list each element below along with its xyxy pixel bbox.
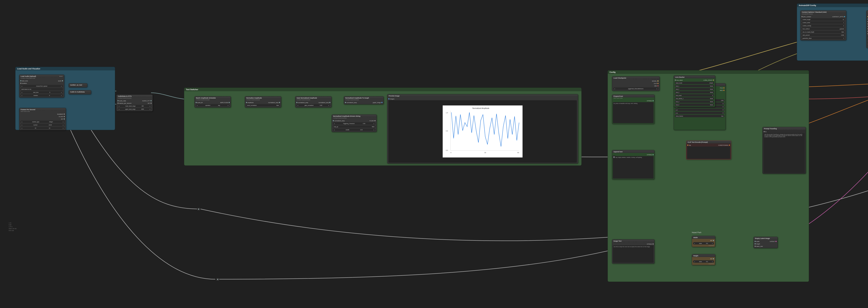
node-title: Append text [614, 151, 623, 152]
node-prompt-travel[interactable]: Prompt Traveling ta Use the prompt Trave… [763, 127, 806, 174]
widget-height[interactable]: ◀value512▶ [693, 260, 714, 263]
node-amp-drivers[interactable]: Normalized Amplitude Drivers String Comf… [332, 114, 377, 132]
port-number: NUMBER [57, 113, 63, 115]
widget-gate[interactable]: ◀gate_normalized0.00▶ [296, 104, 330, 106]
w-c5[interactable]: start_percent0.000 [802, 34, 845, 36]
widget-start-time[interactable]: ◀start_time0▶ [20, 91, 63, 94]
node-empty-latent[interactable]: Empty Latent Image width LATENT height b… [753, 237, 778, 248]
widget-lower-band[interactable]: ◀lower_band_range200▶ [118, 105, 152, 107]
widget-upper-band[interactable]: ◀upper_band_range4000▶ [118, 108, 152, 110]
widget-l6[interactable]: lora_5None [675, 104, 714, 106]
node-number-as-text[interactable]: number_as_text [69, 83, 87, 88]
node-clip-neg[interactable]: CLIP Text Encode (Prompt) clip CONDITION… [686, 140, 731, 160]
node-title: CLIP Text Encode (Prompt) [688, 141, 708, 143]
node-category: WAS Node Suite [612, 98, 654, 99]
widget-int[interactable]: ◀int10▶ [20, 127, 65, 129]
textarea-prepend[interactable]: 4k, photo of beautiful cell body, vivid,… [613, 102, 654, 123]
textarea-append[interactable]: fantasy, highly detailed, realistic, boh… [613, 156, 654, 179]
node-height[interactable]: Height INT ◀value512▶ ImpactPack [692, 254, 715, 265]
node-title: Batch Amplitude Schedule [196, 97, 216, 99]
widget-shuffle[interactable]: ◀shuffle0.45▶ [333, 129, 375, 131]
node-category: ComfyUI-VideoHelperSuite [19, 77, 64, 79]
port-neg: NEG [720, 90, 723, 91]
widget-loop[interactable]: loop_gofalse [333, 125, 375, 128]
widget-number[interactable]: ◀number10.00▶ [20, 124, 65, 126]
node-audio-to-fft[interactable]: AudioData to FFTs ComfyUI-AudioScheduler… [116, 95, 153, 111]
node-gate-amp[interactable]: Gate Normalized Amplitude ComfyUI-AudioS… [295, 96, 332, 107]
node-title: Load Audio (Upload) [21, 75, 36, 77]
node-category: AnimateDiff Evolved [866, 13, 868, 15]
node-width[interactable]: Width INT ◀value512▶ ImpactPack [692, 236, 715, 247]
node-title: number_as_text [70, 84, 82, 86]
port-cond: CONDITIONING [718, 144, 728, 146]
reroute-fps[interactable] [216, 278, 219, 281]
node-audio-to-audiodata[interactable]: Audio to AudioData [69, 90, 91, 94]
node-category: ComfyUI-AudioScheduler [117, 98, 153, 99]
port-string2: STRING [647, 154, 652, 156]
widget-width[interactable]: ◀value512▶ [693, 242, 714, 244]
node-load-checkpoint[interactable]: Load Checkpoint MODEL CLIP VAE ◀juggerna… [612, 76, 660, 91]
w-py[interactable]: p_y0 [675, 112, 724, 114]
port-images: images [390, 98, 395, 100]
port-pos: POS [720, 87, 723, 89]
node-fps[interactable]: Frames Per Second Work Node Suite NUMBER… [19, 108, 66, 130]
node-batch-amp[interactable]: Batch Amplitude Schedule ComfyUI-AudioSc… [194, 96, 231, 107]
node-context-opts[interactable]: Context Options / Standard (Adv) Animate… [800, 10, 846, 40]
w-c2[interactable]: context_overlap4 [802, 25, 845, 27]
widget-l4[interactable]: lora_names_1None [675, 97, 714, 100]
widget-audio-file[interactable]: ◀choose file to upload▶ [20, 85, 63, 87]
widget-l5[interactable]: lora_4None [675, 100, 714, 103]
group-title-ad-config: AnimateDiff Config [797, 4, 868, 7]
node-lora-stacker[interactable]: Lora Stacker lora_stack LORA_STACK input… [674, 75, 715, 107]
collapse-icon[interactable]: ●●● [59, 75, 63, 77]
widget-lc[interactable]: lora_count3 [675, 94, 714, 97]
node-amp-graph[interactable]: Normalized Amplitude To Graph ComfyUI-Au… [344, 96, 384, 104]
widget-ckpt[interactable]: ◀juggernaut_final.safetensors▶ [613, 88, 658, 90]
port-amp-in: amplitude [248, 102, 254, 103]
widget-threshold[interactable]: ◀Triggering_Threshold0.50▶ [333, 122, 375, 125]
port-lora-stack-in: lora_stack [676, 79, 683, 81]
w-showframes[interactable]: show_framestrue [675, 115, 724, 117]
impact-label: ImpactPack [693, 245, 714, 246]
port-audio: audio [58, 80, 61, 82]
w-c0[interactable]: context_length12 [802, 18, 845, 21]
node-append-text[interactable]: Append text STRING fantasy, highly detai… [612, 150, 654, 179]
node-ad-loader[interactable]: AnimateDiff Loader●●● AnimateDiff Evolve… [866, 10, 868, 48]
textarea-neg[interactable] [687, 146, 730, 159]
widget-seek[interactable]: seek based on dur [20, 88, 63, 90]
w-c3[interactable]: fuse_methodpyramid [802, 28, 845, 30]
node-category: ComfyUI-AudioScheduler [295, 99, 332, 101]
node-title: Width [693, 237, 698, 238]
w-c6[interactable]: guarantee_steps1 [802, 37, 845, 39]
widget-l3[interactable]: lora_3None [675, 91, 714, 94]
reroute-audio[interactable] [197, 208, 200, 211]
port-int-out: INT [148, 102, 150, 104]
widget-duration[interactable]: ◀duration0▶ [20, 94, 63, 97]
widget-l0[interactable]: input_modesimple [675, 82, 714, 84]
node-load-audio[interactable]: Load Audio (Upload)●●● ComfyUI-VideoHelp… [19, 75, 64, 98]
node-title: AudioData to FFTs [118, 95, 132, 97]
widget-invert[interactable]: invert_normalizedfalse [246, 104, 280, 106]
node-title: Empty Latent Image [755, 238, 770, 239]
node-category: ComfyUI-AudioScheduler [344, 99, 383, 101]
reroute-drivers[interactable] [613, 156, 616, 159]
node-prepend-text[interactable]: Prepend text WAS Node Suite STRING 4k, p… [612, 95, 654, 124]
node-norm-amp-1[interactable]: Normalize Amplitude ComfyUI-AudioSchedul… [245, 96, 281, 107]
textarea-image[interactable]: Use this to keep the color and not place… [613, 245, 654, 263]
group-title-load-audio: Load Audio and Visualize [16, 67, 115, 70]
w-c1[interactable]: context_stride1 [802, 21, 845, 24]
textarea-travel[interactable]: Use the prompt Traveling to change the p… [764, 133, 805, 173]
port-duration: duration [22, 82, 27, 84]
widget-number-type[interactable]: ◀number_typeinteger▶ [20, 121, 65, 123]
widget-l2[interactable]: lora_2None [675, 88, 714, 90]
port-float: FLOAT [59, 116, 63, 117]
widget-operation[interactable]: ◀operationavg▶ [196, 104, 230, 106]
w-c4[interactable]: use_on_equal_lengthfalse [802, 31, 845, 33]
node-title: Frames Per Second [21, 109, 35, 110]
node-image-text[interactable]: Image Text STRING Use this to keep the c… [612, 239, 654, 264]
w-px[interactable]: p_x0 [675, 109, 724, 111]
node-title: Lora Stacker [675, 76, 685, 78]
svg-text:0.0: 0.0 [446, 149, 448, 151]
node-preview-image[interactable]: Preview Image images Normalized Amplitud… [387, 94, 578, 164]
widget-l1[interactable]: lora_1None [675, 85, 714, 87]
